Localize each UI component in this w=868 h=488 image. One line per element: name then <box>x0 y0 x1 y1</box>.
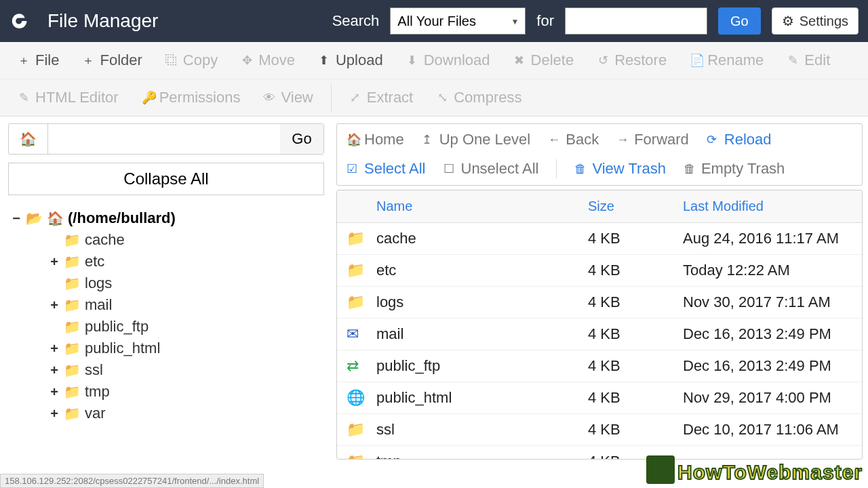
view-trash-label: View Trash <box>592 160 665 178</box>
nav-forward[interactable]: →Forward <box>616 131 689 148</box>
col-date-header[interactable]: Last Modified <box>683 199 852 214</box>
folder-icon: 📁 <box>64 319 81 335</box>
table-row[interactable]: 📁 ssl 4 KB Dec 10, 2017 11:06 AM <box>337 414 862 446</box>
table-row[interactable]: 📁 etc 4 KB Today 12:22 AM <box>337 255 862 287</box>
empty-trash-button[interactable]: 🗑Empty Trash <box>684 160 785 178</box>
cpanel-logo-icon <box>9 7 37 35</box>
tree-item-cache[interactable]: 📁 cache <box>31 229 324 251</box>
row-name: tmp <box>376 453 588 460</box>
tree-item-logs[interactable]: 📁 logs <box>31 272 324 294</box>
restore-button: ↺Restore <box>587 46 676 75</box>
table-row[interactable]: 🌐 public_html 4 KB Nov 29, 2017 4:00 PM <box>337 382 862 414</box>
folder-icon: 📁 <box>64 232 81 248</box>
download-button: ⬇Download <box>397 46 500 75</box>
html-editor-icon: ✎ <box>18 90 30 105</box>
plus-icon[interactable]: + <box>49 363 60 378</box>
nav-home[interactable]: 🏠Home <box>347 131 404 148</box>
plus-icon[interactable]: + <box>49 384 60 400</box>
tree-item-public_html[interactable]: + 📁 public_html <box>31 338 324 359</box>
table-row[interactable]: ⇄ public_ftp 4 KB Dec 16, 2013 2:49 PM <box>337 350 862 382</box>
compress-button: ⤡Compress <box>427 83 531 112</box>
copy-label: Copy <box>183 52 218 69</box>
tree-item-label: ssl <box>85 361 103 379</box>
status-bar: 158.106.129.252:2082/cpsess0222757241/fr… <box>0 474 264 488</box>
right-panel: 🏠Home ↥Up One Level ←Back →Forward ⟳Relo… <box>332 117 868 485</box>
plus-icon[interactable]: + <box>49 254 60 270</box>
search-input[interactable] <box>565 7 707 35</box>
search-scope-select[interactable]: All Your Files <box>390 7 526 35</box>
view-trash-button[interactable]: 🗑View Trash <box>574 160 665 178</box>
app-title: File Manager <box>47 10 158 32</box>
new-file-button[interactable]: ＋File <box>8 46 68 75</box>
home-button[interactable]: 🏠 <box>9 124 48 154</box>
select-all-label: Select All <box>364 160 426 178</box>
col-size-header[interactable]: Size <box>588 199 683 214</box>
path-input[interactable] <box>48 124 280 154</box>
table-row[interactable]: ✉ mail 4 KB Dec 16, 2013 2:49 PM <box>337 319 862 350</box>
row-icon: 📁 <box>347 230 376 247</box>
folder-icon: 📁 <box>64 275 81 291</box>
row-date: Dec 16, 2013 2:49 PM <box>683 357 852 375</box>
html-editor-button: ✎HTML Editor <box>8 83 128 112</box>
delete-button: ✖Delete <box>504 46 584 75</box>
folder-tree: − 📂 🏠 (/home/bullard) 📁 cache+ 📁 etc 📁 l… <box>8 207 324 424</box>
table-row[interactable]: 📁 cache 4 KB Aug 24, 2016 11:17 AM <box>337 223 862 255</box>
nav-back[interactable]: ←Back <box>548 131 599 148</box>
tree-item-tmp[interactable]: + 📁 tmp <box>31 381 324 403</box>
nav-reload[interactable]: ⟳Reload <box>707 131 772 148</box>
folder-icon: 📁 <box>64 405 81 422</box>
search-label: Search <box>332 12 380 30</box>
row-size: 4 KB <box>588 293 683 311</box>
trash-icon: 🗑 <box>684 162 696 176</box>
table-row[interactable]: 📁 logs 4 KB Nov 30, 2017 7:11 AM <box>337 287 862 319</box>
tree-item-label: public_html <box>85 340 160 357</box>
row-name: public_ftp <box>376 357 588 375</box>
tree-item-label: mail <box>85 296 112 314</box>
tree-item-mail[interactable]: + 📁 mail <box>31 294 324 316</box>
unselect-all-label: Unselect All <box>461 160 539 178</box>
watermark-text: HowToWebmaster <box>677 461 863 484</box>
extract-icon: ⤢ <box>349 90 361 105</box>
up-icon: ↥ <box>422 132 434 147</box>
row-icon: ✉ <box>347 325 376 343</box>
compress-label: Compress <box>454 89 521 106</box>
tree-item-var[interactable]: + 📁 var <box>31 403 324 424</box>
search-go-button[interactable]: Go <box>718 7 761 35</box>
header-bar: File Manager Search All Your Files for G… <box>0 0 868 42</box>
row-icon: 📁 <box>347 293 376 311</box>
toolbar-row-2: ✎HTML Editor 🔑Permissions 👁View ⤢Extract… <box>0 79 868 116</box>
tree-item-public_ftp[interactable]: 📁 public_ftp <box>31 316 324 338</box>
unselect-all-button[interactable]: ☐Unselect All <box>443 160 539 178</box>
plus-icon[interactable]: + <box>49 406 60 422</box>
reload-icon: ⟳ <box>707 132 719 147</box>
tree-item-ssl[interactable]: + 📁 ssl <box>31 359 324 381</box>
nav-forward-label: Forward <box>634 131 689 148</box>
col-name-header[interactable]: Name <box>376 199 588 214</box>
minus-icon[interactable]: − <box>11 211 22 226</box>
tree-root[interactable]: − 📂 🏠 (/home/bullard) <box>8 207 324 229</box>
view-button: 👁View <box>254 83 322 112</box>
tree-item-etc[interactable]: + 📁 etc <box>31 251 324 272</box>
rename-icon: 📄 <box>690 53 702 68</box>
tree-item-label: var <box>85 405 106 422</box>
row-name: cache <box>376 230 588 247</box>
settings-button[interactable]: ⚙ Settings <box>772 7 859 35</box>
row-icon: 🌐 <box>347 389 376 407</box>
row-size: 4 KB <box>588 325 683 343</box>
collapse-all-button[interactable]: Collapse All <box>8 163 324 195</box>
nav-up[interactable]: ↥Up One Level <box>422 131 531 148</box>
select-all-button[interactable]: ☑Select All <box>347 160 426 178</box>
plus-icon[interactable]: + <box>49 298 60 313</box>
new-folder-button[interactable]: ＋Folder <box>73 46 151 75</box>
nav-home-label: Home <box>364 131 404 148</box>
plus-icon: ＋ <box>82 52 94 68</box>
path-go-button[interactable]: Go <box>280 124 323 154</box>
plus-icon[interactable]: + <box>49 341 60 357</box>
left-panel: 🏠 Go Collapse All − 📂 🏠 (/home/bullard) … <box>0 117 332 485</box>
permissions-button: 🔑Permissions <box>132 83 250 112</box>
row-size: 4 KB <box>588 421 683 439</box>
move-icon: ✥ <box>241 53 253 68</box>
upload-button[interactable]: ⬆Upload <box>309 46 393 75</box>
row-date: Dec 10, 2017 11:06 AM <box>683 421 852 439</box>
row-icon: 📁 <box>347 262 376 279</box>
